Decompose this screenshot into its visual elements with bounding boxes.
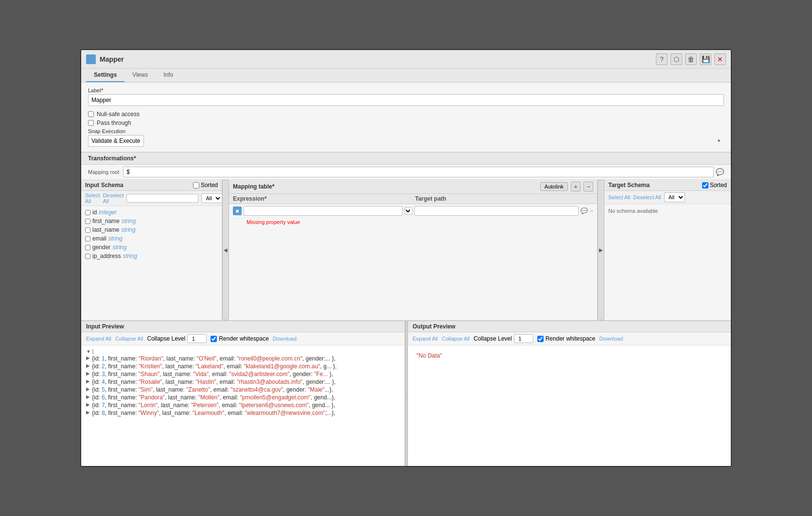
save-button[interactable]: 💾 [700,53,711,65]
mapping-table-header: Mapping table* Autolink + − [229,180,597,194]
tab-info[interactable]: Info [156,69,181,82]
input-schema-list: id integer first_name string last_name s… [81,206,222,320]
field-ipaddress-checkbox[interactable] [85,254,90,259]
row-arrow-3[interactable]: ▶ [86,371,90,376]
row-arrow-2[interactable]: ▶ [86,363,90,368]
main-window: Mapper ? ⬡ 🗑 💾 ✕ Settings Views Info Lab… [80,49,732,467]
list-item: id integer [83,208,220,217]
field-email-checkbox[interactable] [85,236,90,241]
target-deselect-all[interactable]: Deselect All [633,194,661,200]
field-id-checkbox[interactable] [85,210,90,215]
mapping-row-1: ■ 💬 − [229,204,597,218]
target-path-input[interactable] [414,206,579,216]
field-gender-type: string [112,244,126,251]
input-preview-content: ▼ [ ▶ {id: 1, first_name: "Riordan", las… [81,345,405,466]
pass-through-checkbox[interactable] [88,120,94,126]
row-arrow-5[interactable]: ▶ [86,386,90,392]
field-gender-checkbox[interactable] [85,245,90,250]
target-sorted-label: Sorted [710,182,727,189]
output-download-button[interactable]: Download [599,336,623,342]
input-render-ws-checkbox[interactable] [211,336,217,342]
field-email-type: string [108,235,123,242]
target-path-cell: 💬 − [414,206,594,216]
output-collapse-all[interactable]: Collapse All [441,336,469,342]
target-sorted-checkbox[interactable] [702,182,708,189]
output-expand-all[interactable]: Expand All [413,336,438,342]
output-preview-panel: Output Preview Expand All Collapse All C… [408,321,731,466]
input-schema-filter[interactable]: All [201,193,222,203]
input-level-input[interactable] [187,334,207,343]
preview-row-6: {id: 6, first_name: "Pandora", last_name… [92,394,335,401]
output-render-ws-checkbox[interactable] [537,336,544,342]
transformations-section: Transformations* Mapping root 💬 Input Sc… [81,152,731,320]
row-arrow-4[interactable]: ▶ [86,378,90,384]
input-deselect-all[interactable]: Deselect All [103,192,124,204]
field-ipaddress-type: string [123,253,137,259]
expression-type-button[interactable]: ■ [233,206,242,215]
app-icon [86,54,96,64]
mapping-table-panel: Mapping table* Autolink + − Expression* … [229,180,598,320]
preview-row-4: {id: 4, first_name: "Rosalie", last_name… [92,378,335,385]
pass-through-label: Pass through [97,120,131,126]
mapping-root-comment-icon: 💬 [716,168,724,176]
output-level-input[interactable] [514,334,533,343]
input-schema-header: Input Schema Sorted [81,180,222,191]
input-schema-search[interactable] [126,194,198,203]
input-collapse-level: Collapse Level [147,334,207,343]
output-render-whitespace: Render whitespace [537,335,596,342]
field-firstname-type: string [122,218,136,224]
field-firstname-checkbox[interactable] [85,219,90,224]
delete-button[interactable]: 🗑 [685,53,697,65]
mapping-root-input[interactable] [123,167,714,177]
help-button[interactable]: ? [656,53,668,65]
remove-mapping-button[interactable]: − [583,182,593,191]
list-item: gender string [83,243,220,252]
input-sorted-checkbox[interactable] [193,182,199,189]
field-lastname-type: string [121,226,135,233]
input-collapse-all[interactable]: Collapse All [115,336,143,342]
input-download-button[interactable]: Download [273,336,297,342]
input-sorted-row: Sorted [193,182,218,189]
export-button[interactable]: ⬡ [671,53,682,65]
null-safe-row: Null-safe access [88,111,724,118]
field-id-type: integer [99,209,117,216]
mapping-area: ■ 💬 − Missing property value [229,204,597,320]
title-buttons: ? ⬡ 🗑 💾 ✕ [656,53,726,65]
preview-row-8: {id: 8, first_name: "Winny", last_name: … [92,410,335,416]
collapse-left-handle[interactable]: ◀ [222,180,229,320]
list-item: ▶ {id: 1, first_name: "Riordan", last_na… [86,355,400,362]
row-arrow-7[interactable]: ▶ [86,402,90,407]
input-expand-all[interactable]: Expand All [86,336,111,342]
field-ipaddress-name: ip_address [92,253,121,259]
row-comment-icon[interactable]: 💬 [581,207,588,214]
field-gender-name: gender [92,244,110,251]
collapse-right-handle[interactable]: ▶ [598,180,604,320]
list-item: last_name string [83,225,220,234]
target-select-all[interactable]: Select All [608,194,630,200]
tab-settings[interactable]: Settings [86,69,124,82]
label-input[interactable]: Mapper [88,94,724,106]
list-item: first_name string [83,217,220,225]
null-safe-checkbox[interactable] [88,111,94,117]
field-lastname-checkbox[interactable] [85,227,90,233]
row-arrow-6[interactable]: ▶ [86,394,90,399]
row-arrow-8[interactable]: ▶ [86,410,90,415]
input-select-all[interactable]: Select All [85,192,100,204]
input-preview-toolbar: Expand All Collapse All Collapse Level R… [81,332,405,345]
target-schema-filter[interactable]: All [664,192,685,202]
row-remove-icon[interactable]: − [590,207,593,214]
field-firstname-name: first_name [92,218,120,224]
title-bar: Mapper ? ⬡ 🗑 💾 ✕ [81,50,731,69]
expression-input[interactable] [244,206,403,216]
target-schema-panel: Target Schema Sorted Select All Deselect… [604,180,731,320]
close-button[interactable]: ✕ [714,53,726,65]
tab-views[interactable]: Views [124,69,156,82]
snap-exec-select[interactable]: Validate & Execute [88,135,144,147]
null-safe-label: Null-safe access [97,111,140,118]
row-arrow-1[interactable]: ▶ [86,355,90,361]
error-message: Missing property value [229,218,597,227]
autolink-button[interactable]: Autolink [540,182,568,191]
list-item: ▶ {id: 2, first_name: "Kristien", last_n… [86,362,400,370]
expression-dropdown[interactable] [405,207,412,215]
add-mapping-button[interactable]: + [571,182,581,191]
